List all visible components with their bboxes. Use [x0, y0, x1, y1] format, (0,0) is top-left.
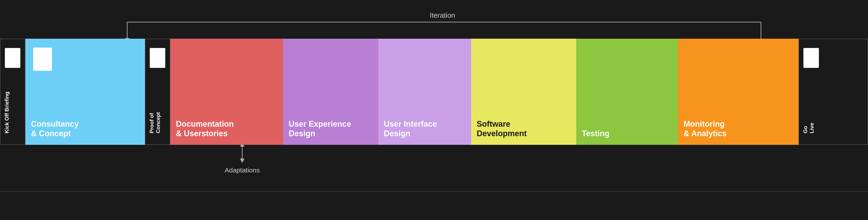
proof-doc-icon — [150, 48, 165, 68]
phases-row: Kick Off Briefing Consultancy& Concept P… — [0, 39, 868, 145]
kickoff-doc-icon — [5, 48, 20, 68]
svg-text:Iteration: Iteration — [430, 11, 455, 19]
svg-marker-7 — [240, 159, 244, 163]
proof-label: Proof ofConcept — [145, 108, 170, 138]
phase-kickoff: Kick Off Briefing — [0, 39, 25, 145]
consultancy-label: Consultancy& Concept — [25, 119, 145, 138]
launch-label: GoLive — [799, 118, 868, 138]
testing-label: Testing — [576, 129, 678, 138]
launch-doc-icon — [803, 48, 819, 68]
ux-label: User ExperienceDesign — [283, 119, 378, 138]
monitoring-label: Monitoring& Analytics — [678, 119, 799, 138]
software-label: SoftwareDevelopment — [471, 119, 576, 138]
phase-proof: Proof ofConcept — [145, 39, 170, 145]
phase-documentation: Documentation& Userstories — [170, 39, 283, 145]
diagram-container: Iteration Adaptations Kick Off Briefing … — [0, 0, 868, 220]
phase-testing: Testing — [576, 39, 678, 145]
consultancy-doc-icon — [33, 48, 52, 71]
phase-launch: GoLive — [799, 39, 868, 145]
kickoff-label: Kick Off Briefing — [0, 87, 25, 138]
phase-ux: User ExperienceDesign — [283, 39, 378, 145]
documentation-label: Documentation& Userstories — [170, 119, 283, 138]
phase-monitoring: Monitoring& Analytics — [678, 39, 799, 145]
phase-consultancy: Consultancy& Concept — [25, 39, 145, 145]
ui-label: User InterfaceDesign — [378, 119, 471, 138]
svg-text:Adaptations: Adaptations — [225, 166, 260, 174]
phase-ui: User InterfaceDesign — [378, 39, 471, 145]
phase-software: SoftwareDevelopment — [471, 39, 576, 145]
